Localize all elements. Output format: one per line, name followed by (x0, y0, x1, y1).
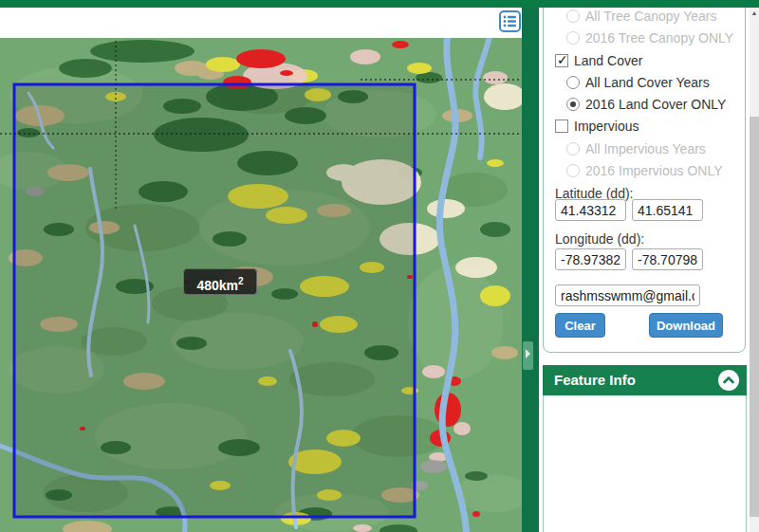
control-label: All Tree Canopy Years (585, 9, 717, 24)
radio-all-impervious-years: All Impervious Years (566, 139, 706, 158)
scrollbar-up-arrow[interactable]: ▲ (750, 8, 759, 19)
sidebar: All Tree Canopy Years 2016 Tree Canopy O… (539, 8, 750, 532)
download-panel: All Tree Canopy Years 2016 Tree Canopy O… (543, 8, 746, 353)
page-scrollbar: ▲ (750, 8, 759, 532)
checkbox-checked-icon (555, 54, 568, 67)
feature-info-body (543, 395, 747, 532)
radio-icon (566, 164, 580, 177)
radio-all-tree-canopy-years: All Tree Canopy Years (566, 8, 717, 26)
radio-2016-land-cover-only[interactable]: 2016 Land Cover ONLY (566, 95, 726, 114)
radio-all-land-cover-years[interactable]: All Land Cover Years (566, 73, 710, 92)
checkbox-impervious[interactable]: Impervious (555, 117, 639, 136)
email-input[interactable] (555, 284, 700, 306)
top-green-bar (0, 0, 759, 8)
radio-icon (566, 142, 580, 156)
longitude-max-input[interactable] (632, 248, 703, 270)
app-window: 480km2 All Tree Canopy Years 2016 Tree C… (0, 0, 759, 532)
control-label: Land Cover (574, 53, 642, 68)
control-label: All Impervious Years (585, 141, 706, 156)
download-button[interactable]: Download (649, 313, 723, 338)
control-label: 2016 Tree Canopy ONLY (585, 30, 733, 46)
scrollbar-thumb[interactable] (750, 117, 759, 517)
sidebar-divider (522, 8, 539, 532)
longitude-min-input[interactable] (555, 248, 626, 270)
sidebar-collapse-handle[interactable] (523, 341, 533, 370)
radio-2016-impervious-only: 2016 Impervious ONLY (566, 161, 722, 180)
checkbox-icon (555, 119, 568, 133)
area-tooltip: 480km2 (183, 268, 257, 295)
control-label: 2016 Land Cover ONLY (585, 97, 726, 112)
chevron-right-icon (526, 349, 530, 358)
map-canvas[interactable]: 480km2 (0, 38, 522, 532)
feature-info-panel: Feature Info (543, 365, 747, 532)
radio-2016-tree-canopy-only: 2016 Tree Canopy ONLY (566, 28, 733, 47)
control-label: All Land Cover Years (585, 75, 710, 90)
control-label: 2016 Impervious ONLY (585, 163, 722, 178)
list-icon (501, 12, 519, 30)
control-label: Impervious (574, 119, 639, 134)
feature-info-collapse-button[interactable] (718, 370, 739, 391)
radio-selected-icon (566, 98, 580, 111)
radio-icon (566, 9, 580, 23)
latitude-max-input[interactable] (632, 199, 703, 221)
area-tooltip-text: 480km (196, 278, 238, 293)
radio-icon (566, 31, 580, 45)
area-tooltip-sup: 2 (238, 276, 244, 286)
map-toolbar (0, 8, 522, 38)
longitude-label: Longitude (dd): (555, 231, 644, 247)
land-cover-map (0, 38, 522, 532)
clear-button[interactable]: Clear (555, 313, 605, 338)
map-region: 480km2 (0, 8, 522, 532)
selection-rectangle[interactable] (14, 84, 415, 517)
radio-icon (566, 76, 580, 89)
feature-info-header: Feature Info (543, 365, 747, 395)
chevron-up-icon (718, 370, 739, 391)
checkbox-land-cover[interactable]: Land Cover (555, 51, 642, 70)
feature-info-title: Feature Info (554, 365, 636, 395)
layers-list-button[interactable] (499, 10, 521, 32)
latitude-min-input[interactable] (555, 199, 626, 221)
